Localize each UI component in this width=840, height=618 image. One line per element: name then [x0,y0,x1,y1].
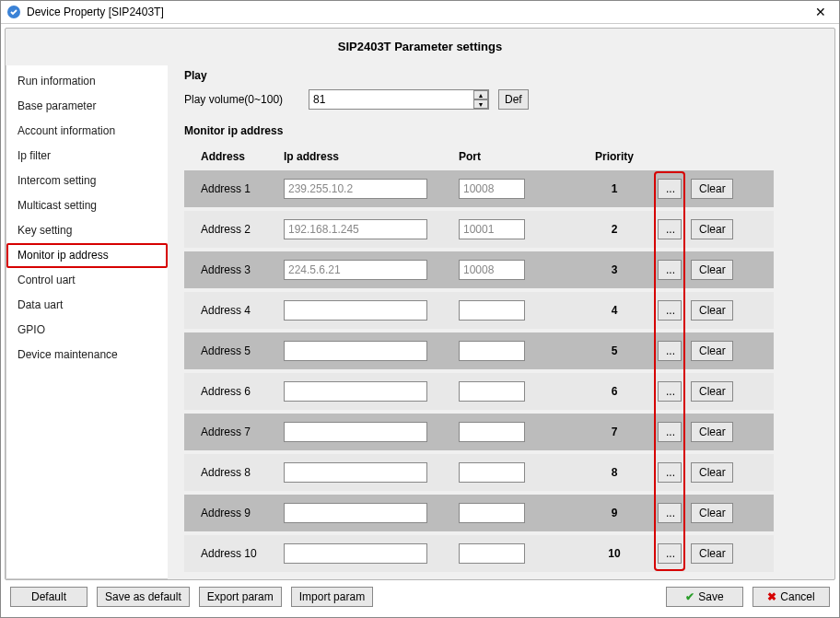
browse-button[interactable]: ... [658,422,682,442]
table-row: Address 11...Clear [184,170,774,207]
port-input[interactable] [459,462,525,483]
port-input[interactable] [459,260,525,280]
sidebar: Run informationBase parameterAccount inf… [6,65,168,579]
table-row: Address 99...Clear [184,495,774,531]
row-label: Address 1 [201,182,284,195]
cancel-button[interactable]: ✖Cancel [752,587,830,607]
ip-input[interactable] [284,260,427,280]
priority-value: 7 [578,426,650,438]
clear-button[interactable]: Clear [691,179,733,199]
priority-value: 3 [578,263,650,276]
row-label: Address 2 [201,223,284,236]
save-as-default-button[interactable]: Save as default [97,587,190,607]
clear-button[interactable]: Clear [691,341,733,361]
default-button[interactable]: Default [10,587,88,607]
port-input[interactable] [459,341,525,361]
footer: Default Save as default Export param Imp… [5,580,835,613]
save-label: Save [698,590,723,603]
clear-button[interactable]: Clear [691,543,733,564]
save-button[interactable]: ✔Save [666,587,743,607]
ip-input[interactable] [284,462,427,483]
port-input[interactable] [459,381,525,402]
sidebar-item-monitor-ip-address[interactable]: Monitor ip address [6,243,168,268]
ip-input[interactable] [284,422,427,442]
sidebar-item-device-maintenance[interactable]: Device maintenance [6,343,168,367]
priority-value: 10 [578,547,650,560]
ip-input[interactable] [284,219,427,239]
clear-button[interactable]: Clear [691,422,733,442]
clear-button[interactable]: Clear [691,300,733,321]
cancel-label: Cancel [780,590,814,603]
sidebar-item-key-setting[interactable]: Key setting [6,218,168,243]
table-row: Address 55...Clear [184,332,774,369]
row-label: Address 9 [201,507,284,519]
sidebar-item-run-information[interactable]: Run information [6,69,168,94]
port-input[interactable] [459,503,525,523]
sidebar-item-account-information[interactable]: Account information [6,119,168,144]
titlebar: Device Property [SIP2403T] ✕ [1,1,839,24]
browse-button[interactable]: ... [658,341,682,361]
clear-button[interactable]: Clear [691,462,733,483]
browse-button[interactable]: ... [658,381,682,402]
clear-button[interactable]: Clear [691,260,733,280]
ip-input[interactable] [284,543,427,564]
section-play: Play [184,69,834,82]
export-param-button[interactable]: Export param [199,587,282,607]
sidebar-item-control-uart[interactable]: Control uart [6,268,168,293]
browse-button[interactable]: ... [658,462,682,483]
volume-label: Play volume(0~100) [184,93,309,106]
browse-button[interactable]: ... [658,219,682,239]
table-row: Address 77...Clear [184,414,774,450]
browse-button[interactable]: ... [658,179,682,199]
priority-value: 1 [578,182,650,195]
def-button[interactable]: Def [498,89,529,110]
sidebar-item-multicast-setting[interactable]: Multicast setting [6,193,168,218]
import-param-button[interactable]: Import param [291,587,373,607]
table-header: Address Ip address Port Priority [184,145,774,170]
clear-button[interactable]: Clear [691,381,733,402]
row-label: Address 8 [201,466,284,479]
hdr-priority: Priority [578,150,650,163]
table-row: Address 66...Clear [184,373,774,410]
row-label: Address 6 [201,385,284,398]
clear-button[interactable]: Clear [691,503,733,523]
window-title: Device Property [SIP2403T] [27,6,808,18]
row-label: Address 4 [201,304,284,317]
close-icon[interactable]: ✕ [808,6,834,18]
sidebar-item-data-uart[interactable]: Data uart [6,293,168,318]
browse-button[interactable]: ... [658,300,682,321]
clear-button[interactable]: Clear [691,219,733,239]
priority-value: 5 [578,344,650,357]
browse-button[interactable]: ... [658,503,682,523]
port-input[interactable] [459,179,525,199]
ip-input[interactable] [284,300,427,321]
port-input[interactable] [459,219,525,239]
hdr-address: Address [201,150,284,163]
volume-input[interactable] [309,89,489,110]
priority-value: 2 [578,223,650,236]
port-input[interactable] [459,422,525,442]
priority-value: 4 [578,304,650,317]
port-input[interactable] [459,300,525,321]
row-label: Address 7 [201,426,284,438]
ip-input[interactable] [284,381,427,402]
browse-button[interactable]: ... [658,260,682,280]
x-icon: ✖ [767,590,776,603]
volume-up-icon[interactable]: ▲ [473,90,488,99]
ip-input[interactable] [284,179,427,199]
ip-input[interactable] [284,341,427,361]
port-input[interactable] [459,543,525,564]
table-row: Address 33...Clear [184,251,774,288]
table-row: Address 88...Clear [184,454,774,491]
sidebar-item-base-parameter[interactable]: Base parameter [6,94,168,119]
row-label: Address 3 [201,263,284,276]
check-icon: ✔ [685,590,694,603]
ip-input[interactable] [284,503,427,523]
hdr-port: Port [459,150,578,163]
sidebar-item-gpio[interactable]: GPIO [6,318,168,343]
sidebar-item-ip-filter[interactable]: Ip filter [6,144,168,169]
browse-button[interactable]: ... [658,543,682,564]
sidebar-item-intercom-setting[interactable]: Intercom setting [6,169,168,193]
priority-value: 8 [578,466,650,479]
volume-down-icon[interactable]: ▼ [473,99,488,109]
